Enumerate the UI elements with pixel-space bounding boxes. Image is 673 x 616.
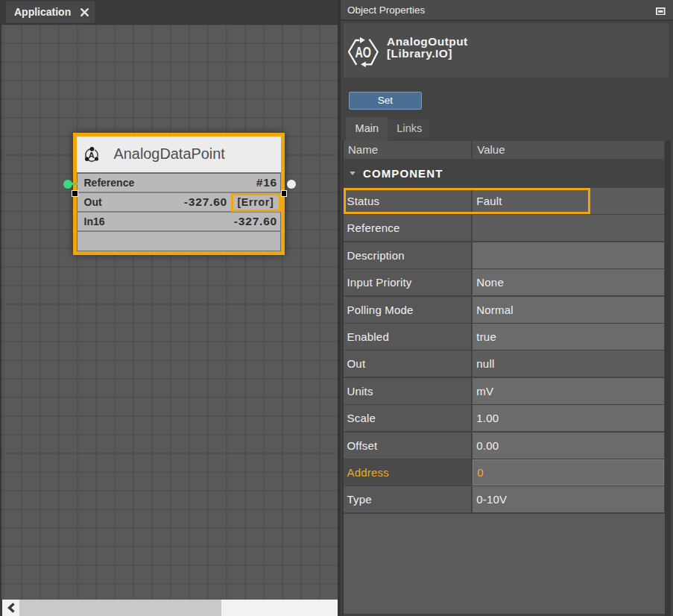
svg-text:A: A bbox=[88, 151, 94, 160]
svg-text:AO: AO bbox=[355, 44, 371, 60]
